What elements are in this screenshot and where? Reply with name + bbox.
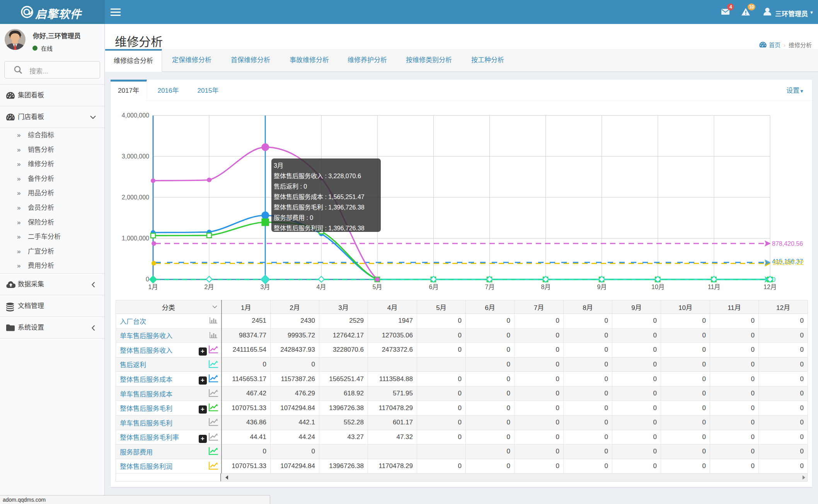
svg-text:878,420.56: 878,420.56: [772, 240, 803, 247]
svg-text:2月: 2月: [205, 284, 214, 290]
svg-text:服务部费用 : 0: 服务部费用 : 0: [274, 215, 313, 221]
svg-text:8月: 8月: [541, 284, 551, 290]
svg-text:0: 0: [146, 276, 149, 283]
svg-text:3月: 3月: [274, 162, 283, 169]
svg-text:10月: 10月: [651, 284, 665, 290]
svg-text:11月: 11月: [708, 284, 721, 290]
svg-text:3,000,000: 3,000,000: [122, 153, 149, 160]
svg-text:4月: 4月: [317, 284, 326, 290]
svg-text:2,000,000: 2,000,000: [122, 194, 149, 201]
svg-text:售后返利 : 0: 售后返利 : 0: [274, 183, 307, 190]
svg-text:12月: 12月: [763, 284, 777, 290]
svg-text:1月: 1月: [148, 284, 158, 290]
svg-text:6月: 6月: [429, 284, 439, 290]
svg-text:5月: 5月: [373, 284, 382, 290]
svg-text:3月: 3月: [261, 284, 270, 290]
svg-text:整体售后服务毛利 : 1,396,726.38: 整体售后服务毛利 : 1,396,726.38: [274, 204, 365, 211]
svg-text:7月: 7月: [485, 284, 495, 290]
svg-text:4,000,000: 4,000,000: [122, 112, 149, 119]
svg-text:整体售后服务利润 : 1,396,726.38: 整体售后服务利润 : 1,396,726.38: [274, 225, 365, 232]
svg-text:整体售后服务收入 : 3,228,070.6: 整体售后服务收入 : 3,228,070.6: [274, 173, 361, 179]
svg-text:392,687.22: 392,687.22: [773, 259, 804, 266]
svg-text:整体售后服务成本 : 1,565,251.47: 整体售后服务成本 : 1,565,251.47: [274, 194, 365, 200]
svg-text:9月: 9月: [597, 284, 607, 290]
svg-text:1,000,000: 1,000,000: [122, 235, 149, 242]
